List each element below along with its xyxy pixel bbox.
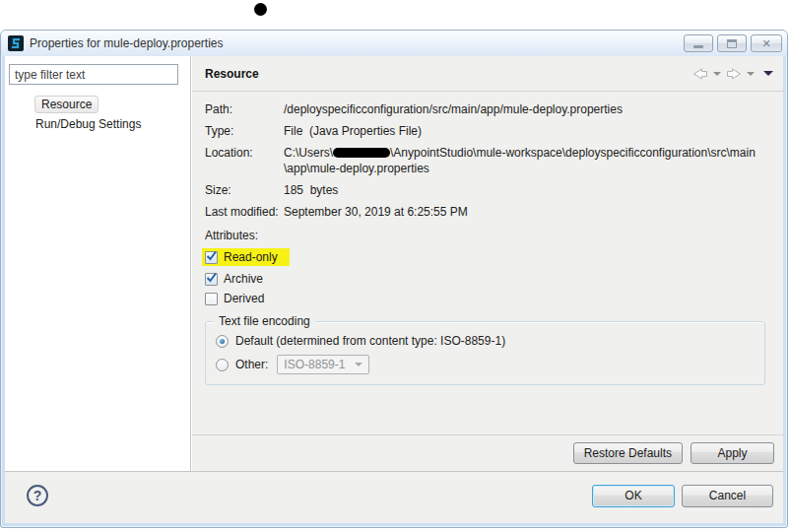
cancel-button[interactable]: Cancel <box>682 485 773 507</box>
minimize-button[interactable] <box>684 34 713 52</box>
back-arrow-icon <box>692 68 708 80</box>
ok-cancel-group: OK Cancel <box>592 485 773 507</box>
sidebar-item-run-debug-label: Run/Debug Settings <box>35 117 141 131</box>
forward-arrow-icon <box>726 68 742 80</box>
location-line1: \AnypointStudio\mule-workspace\deployspe… <box>390 146 756 160</box>
read-only-checkbox[interactable] <box>205 251 218 264</box>
combo-arrow-icon <box>355 363 362 366</box>
field-value-path: /deployspecificconfiguration/src/main/ap… <box>284 101 773 117</box>
filter-input[interactable] <box>9 64 178 85</box>
screenshot-canvas: Properties for mule-deploy.properties ✕ <box>0 0 790 532</box>
derived-checkbox[interactable] <box>205 293 218 305</box>
page-button-row: Restore Defaults Apply <box>573 442 774 464</box>
field-label-type: Type: <box>205 123 284 139</box>
apply-button[interactable]: Apply <box>691 442 774 464</box>
field-label-path: Path: <box>205 101 284 117</box>
encoding-other-option: Other: ISO-8859-1 <box>216 355 755 374</box>
default-radio-label: Default (determined from content type: I… <box>235 334 505 348</box>
maximize-button[interactable] <box>717 34 747 52</box>
field-value-last-modified: September 30, 2019 at 6:25:55 PM <box>284 204 773 220</box>
encoding-default-option[interactable]: Default (determined from content type: I… <box>216 334 755 348</box>
field-label-location: Location: <box>205 145 284 176</box>
resource-page: Path: /deployspecificconfiguration/src/m… <box>192 92 783 385</box>
field-value-type: File (Java Properties File) <box>284 123 773 139</box>
attribute-row-read-only: Read-only <box>205 248 773 266</box>
forward-menu-button[interactable] <box>747 72 755 76</box>
page-navigation <box>692 68 773 80</box>
page-separator <box>192 434 783 435</box>
back-menu-button[interactable] <box>713 72 721 76</box>
forward-button[interactable] <box>726 68 742 80</box>
restore-defaults-button[interactable]: Restore Defaults <box>573 442 683 464</box>
location-line2: \app\mule-deploy.properties <box>284 162 429 175</box>
chevron-down-icon <box>713 72 721 76</box>
minimize-icon <box>693 45 703 48</box>
read-only-highlight[interactable]: Read-only <box>202 248 290 266</box>
chevron-down-icon <box>747 72 755 76</box>
page-header: Resource <box>192 56 783 92</box>
sidebar-item-run-debug-settings[interactable]: Run/Debug Settings <box>34 117 190 131</box>
ok-button[interactable]: OK <box>592 485 675 507</box>
view-menu-button[interactable] <box>759 71 773 76</box>
field-label-size: Size: <box>205 182 284 198</box>
encoding-group-label: Text file encoding <box>214 314 315 328</box>
menu-triangle-icon <box>763 71 773 76</box>
back-button[interactable] <box>692 68 708 80</box>
encoding-select[interactable]: ISO-8859-1 <box>277 355 369 374</box>
sidebar: Resource Run/Debug Settings <box>5 56 191 471</box>
redacted-username <box>333 148 390 158</box>
text-file-encoding-group: Text file encoding Default (determined f… <box>205 321 765 385</box>
archive-checkbox[interactable] <box>205 273 218 286</box>
default-radio[interactable] <box>216 335 229 348</box>
archive-label: Archive <box>224 272 263 286</box>
read-only-label: Read-only <box>224 250 278 264</box>
attribute-row-derived[interactable]: Derived <box>205 292 773 305</box>
properties-dialog: Properties for mule-deploy.properties ✕ <box>0 30 788 528</box>
main-panel: Resource <box>192 56 783 471</box>
properties-tree: Resource Run/Debug Settings <box>5 96 190 131</box>
sidebar-item-resource[interactable]: Resource <box>34 96 190 113</box>
page-title: Resource <box>205 67 259 81</box>
titlebar: Properties for mule-deploy.properties ✕ <box>1 31 787 56</box>
help-icon: ? <box>33 488 42 503</box>
field-label-last-modified: Last modified: <box>205 204 284 220</box>
other-radio[interactable] <box>216 359 229 371</box>
check-icon <box>206 251 217 261</box>
annotation-dot <box>254 3 267 16</box>
resource-fields: Path: /deployspecificconfiguration/src/m… <box>205 101 773 220</box>
attributes-label: Attributes: <box>205 229 773 242</box>
attributes-section: Attributes: Read-only <box>205 229 773 305</box>
field-value-size: 185 bytes <box>284 182 773 198</box>
close-icon: ✕ <box>761 38 770 49</box>
encoding-select-value: ISO-8859-1 <box>284 358 345 371</box>
caption-buttons: ✕ <box>684 34 782 52</box>
dialog-body: Resource Run/Debug Settings Resource <box>5 56 783 523</box>
help-button[interactable]: ? <box>27 485 48 506</box>
close-button[interactable]: ✕ <box>751 34 782 52</box>
derived-label: Derived <box>224 292 264 305</box>
dialog-button-bar: ? OK Cancel <box>5 471 783 523</box>
window-title: Properties for mule-deploy.properties <box>30 36 224 50</box>
app-icon <box>8 35 24 51</box>
attribute-row-archive[interactable]: Archive <box>205 272 773 286</box>
other-radio-label: Other: <box>235 358 268 371</box>
location-prefix: C:\Users\ <box>284 146 333 160</box>
check-icon <box>206 273 217 283</box>
sidebar-item-resource-label: Resource <box>34 96 99 113</box>
field-value-location: C:\Users\\AnypointStudio\mule-workspace\… <box>284 145 773 176</box>
maximize-icon <box>727 39 737 48</box>
